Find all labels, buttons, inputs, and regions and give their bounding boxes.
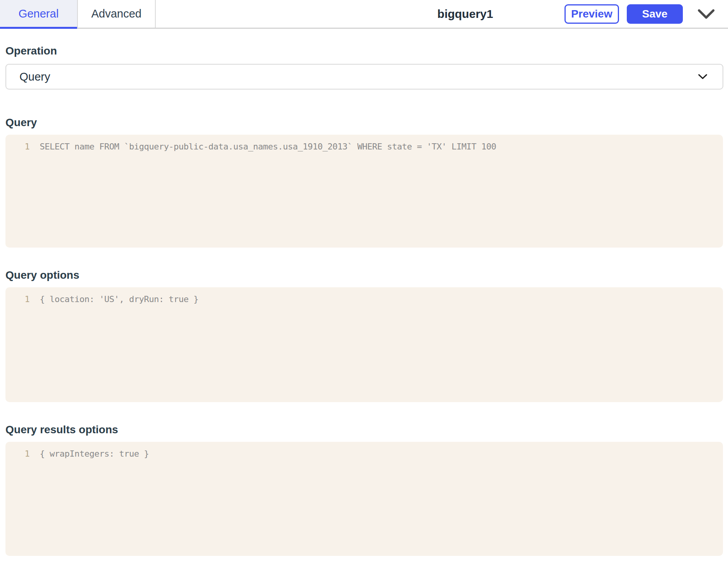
line-number: 1 — [5, 446, 30, 461]
code-line: 1 SELECT name FROM `bigquery-public-data… — [5, 139, 723, 154]
code-line: 1 { location: 'US', dryRun: true } — [5, 292, 723, 307]
query-options-label: Query options — [5, 269, 723, 282]
save-button[interactable]: Save — [627, 4, 683, 24]
line-number: 1 — [5, 292, 30, 307]
tab-advanced[interactable]: Advanced — [78, 0, 156, 28]
query-results-options-label: Query results options — [5, 423, 723, 436]
chevron-down-icon — [698, 74, 708, 80]
action-header: General Advanced bigquery1 Preview Save — [0, 0, 728, 29]
query-results-options-code-text: { wrapIntegers: true } — [40, 446, 149, 461]
operation-select[interactable]: Query — [5, 64, 723, 90]
preview-button[interactable]: Preview — [564, 4, 619, 24]
query-label: Query — [5, 116, 723, 129]
more-menu-toggle[interactable] — [698, 9, 715, 19]
query-code-text: SELECT name FROM `bigquery-public-data.u… — [40, 139, 496, 154]
header-actions: Preview Save — [564, 0, 728, 28]
line-number: 1 — [5, 139, 30, 154]
action-form: Operation Query Query 1 SELECT name FROM… — [0, 44, 728, 556]
action-name-title: bigquery1 — [437, 7, 493, 21]
header-title-area: bigquery1 — [156, 0, 564, 28]
query-options-code-text: { location: 'US', dryRun: true } — [40, 292, 199, 307]
query-code-editor[interactable]: 1 SELECT name FROM `bigquery-public-data… — [5, 135, 723, 248]
operation-label: Operation — [5, 44, 723, 58]
operation-select-value: Query — [19, 70, 50, 83]
code-line: 1 { wrapIntegers: true } — [5, 446, 723, 461]
query-results-options-editor[interactable]: 1 { wrapIntegers: true } — [5, 442, 723, 556]
query-options-editor[interactable]: 1 { location: 'US', dryRun: true } — [5, 287, 723, 402]
tab-general[interactable]: General — [0, 0, 78, 28]
chevron-down-icon — [698, 9, 715, 19]
